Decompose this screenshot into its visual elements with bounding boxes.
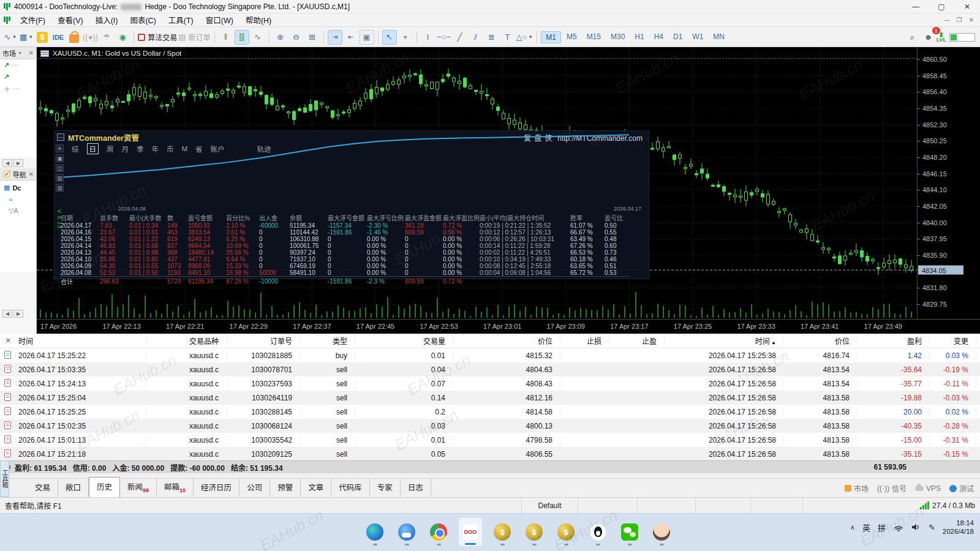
navigator-header[interactable]: 🧭导航✕ — [0, 168, 36, 181]
taskbar-chrome-icon[interactable] — [426, 517, 451, 547]
history-table-row[interactable]: 2026.04.17 15:21:18xauusd.c1030209125sel… — [0, 447, 980, 461]
trendline-tool-icon[interactable]: ╱ — [453, 30, 467, 45]
chart-close-icon[interactable]: ✕ — [965, 17, 978, 23]
timeframe-mn[interactable]: MN — [709, 31, 729, 43]
taskbar-qq-icon[interactable] — [586, 517, 610, 547]
history-column-header[interactable]: 交易量 — [355, 335, 453, 346]
search-icon[interactable]: ⌕ — [905, 30, 920, 45]
market-watch-header[interactable]: 市场▼✕ — [0, 47, 36, 59]
taskbar-doo-mt5-icon[interactable]: DOO — [458, 517, 483, 547]
zoom-in-icon[interactable]: ⊕ — [273, 30, 288, 45]
menu-item-2[interactable]: 查看(V) — [51, 17, 89, 25]
history-column-header[interactable]: 时间 — [16, 335, 147, 346]
menu-item-5[interactable]: 工具(T) — [162, 17, 200, 25]
timeframe-m15[interactable]: M15 — [582, 31, 605, 43]
bottom-tab-文章[interactable]: 文章 — [301, 478, 331, 497]
line-chart-mode-icon[interactable]: ∿ — [251, 30, 265, 45]
panel-tool-icon-3[interactable]: ▤ — [56, 174, 64, 182]
taskbar-start-button[interactable] — [331, 517, 355, 547]
timeframe-m1[interactable]: M1 — [541, 31, 561, 43]
history-column-header[interactable]: 价位 — [453, 335, 560, 346]
timeframe-m5[interactable]: M5 — [562, 31, 581, 43]
market-scroll-left-icon[interactable]: ◀ — [2, 159, 12, 167]
chart-scroll-left-icon[interactable]: ◀ — [2, 310, 12, 318]
indicator-shift-left-icon[interactable]: ⇤ — [344, 30, 358, 45]
market-scroll-right-icon[interactable]: ▶ — [13, 159, 23, 167]
price-chart[interactable]: XAUUSD.c, M1: Gold vs US Dollar / Spot 4… — [37, 47, 980, 334]
minimize-button[interactable]: — — [903, 0, 929, 13]
timeframe-w1[interactable]: W1 — [688, 31, 707, 43]
history-column-header[interactable]: 类型 — [300, 335, 355, 346]
timeframe-h1[interactable]: H1 — [630, 31, 648, 43]
chart-profile-icon[interactable]: ▦▼ — [19, 30, 34, 45]
vps-balloon-icon[interactable]: ☂ — [99, 30, 114, 45]
tile-windows-icon[interactable]: ⊞ — [305, 30, 320, 45]
deposit-icon[interactable]: $ — [35, 30, 50, 45]
history-column-header[interactable]: 时间 ▲ — [665, 335, 784, 346]
market-watch-close-icon[interactable]: ✕ — [29, 50, 34, 56]
history-table-row[interactable]: 2026.04.17 15:24:13xauusd.c1030237593sel… — [0, 377, 980, 391]
screenshot-camera-icon[interactable]: ▣ — [360, 30, 374, 45]
chart-scroll-right-icon[interactable]: ▶ — [13, 310, 23, 318]
history-column-header[interactable]: 止损 — [560, 335, 609, 346]
crosshair-tool-icon[interactable]: + — [398, 30, 413, 45]
text-tool-icon[interactable]: T — [500, 30, 515, 45]
input-lang-en[interactable]: 英 — [862, 522, 870, 533]
channel-tool-icon[interactable]: ⫽ — [469, 30, 483, 45]
market-watch-list[interactable]: ↗⋯ ↗ ＋⋯ — [0, 59, 36, 157]
volume-icon[interactable] — [911, 523, 921, 531]
tray-clock[interactable]: 18:142026/4/18 — [943, 519, 974, 536]
menu-item-1[interactable]: 文件(F) — [14, 17, 51, 25]
bar-chart-mode-icon[interactable]: ⫴ — [219, 30, 233, 45]
history-close-icon[interactable]: ✕ — [0, 337, 16, 345]
panel-tool-icon-1[interactable]: ▣ — [56, 154, 64, 162]
taskbar-wechat-icon[interactable] — [617, 517, 642, 547]
bottom-tab-日志[interactable]: 日志 — [401, 478, 431, 497]
cursor-tool-icon[interactable]: ↖ — [382, 30, 397, 45]
history-column-header[interactable]: 变更 — [930, 335, 976, 346]
taskbar-mt-terminal-icon-3[interactable]: $ — [554, 517, 578, 547]
bottom-tab-交易[interactable]: 交易 — [28, 478, 58, 497]
bottom-tab-历史[interactable]: 历史 — [89, 477, 120, 497]
statusbar-VPS-button[interactable]: VPS — [915, 484, 941, 493]
history-column-header[interactable]: 止盈 — [609, 335, 665, 346]
timeframe-h4[interactable]: H4 — [650, 31, 668, 43]
history-table-row[interactable]: 2026.04.17 15:01:13xauusd.c1030035542sel… — [0, 433, 980, 447]
panel-tool-icon-2[interactable]: ◫ — [56, 164, 64, 172]
history-table-row[interactable]: 2026.04.17 15:03:35xauusd.c1030078701sel… — [0, 362, 980, 377]
history-table-row[interactable]: 2026.04.17 15:25:25xauusd.c1030288145sel… — [0, 405, 980, 419]
zoom-out-icon[interactable]: ⊖ — [289, 30, 304, 45]
menu-item-7[interactable]: 帮助(H) — [239, 17, 277, 25]
bottom-tab-代码库[interactable]: 代码库 — [331, 478, 370, 497]
toolbox-vertical-tab[interactable]: 工具箱 — [0, 460, 9, 497]
chart-restore-icon[interactable]: ❐ — [953, 17, 965, 23]
bottom-tab-敞口[interactable]: 敞口 — [58, 478, 89, 497]
taskbar-edge-icon[interactable] — [363, 517, 387, 547]
signals-icon[interactable]: ((●)) — [83, 30, 98, 45]
navigator-close-icon[interactable]: ✕ — [29, 171, 34, 178]
indicator-shift-right-icon[interactable]: ⇥ — [328, 30, 342, 45]
close-button[interactable]: ✕ — [954, 0, 980, 13]
panel-tool-icon-4[interactable]: ▥ — [56, 184, 64, 192]
menu-item-6[interactable]: 窗口(W) — [200, 17, 239, 25]
status-profile[interactable]: Default — [522, 498, 578, 513]
statusbar-信号-button[interactable]: ((·))信号 — [877, 483, 907, 493]
bottom-tab-专家[interactable]: 专家 — [370, 478, 401, 497]
panel-move-icon[interactable]: ✛ — [56, 144, 64, 152]
navigator-tree[interactable]: ▦Dc ≈ ▽A — [0, 181, 36, 272]
history-table-row[interactable]: 2026.04.17 15:25:04xauusd.c1030264119sel… — [0, 391, 980, 405]
bottom-tab-邮箱[interactable]: 邮箱10 — [157, 478, 194, 497]
community-icon[interactable]: ◉ — [115, 30, 130, 45]
mtcommander-panel[interactable]: — ✛ ▣ ◫ ▤ ▥ V 8.18 MTCommander资管 复盘侠http… — [54, 130, 649, 279]
horizontal-line-tool-icon[interactable]: −○− — [437, 30, 451, 45]
notifications-icon[interactable]: ☻1 — [921, 30, 936, 45]
ide-button[interactable]: IDE — [51, 30, 66, 45]
candlestick-mode-icon[interactable]: ⫿⫿ — [235, 30, 249, 45]
fibonacci-tool-icon[interactable]: ≣ — [484, 30, 499, 45]
timeframe-m30[interactable]: M30 — [606, 31, 629, 43]
time-scale[interactable]: 17 Apr 202617 Apr 22:1317 Apr 22:2117 Ap… — [37, 319, 980, 334]
history-column-header[interactable]: 交易品种 — [147, 335, 227, 346]
bottom-tab-预警[interactable]: 预警 — [270, 478, 301, 497]
history-column-header[interactable]: 价位 — [784, 335, 858, 346]
history-table-row[interactable]: 2026.04.17 15:25:22xauusd.c1030281885buy… — [0, 348, 980, 362]
